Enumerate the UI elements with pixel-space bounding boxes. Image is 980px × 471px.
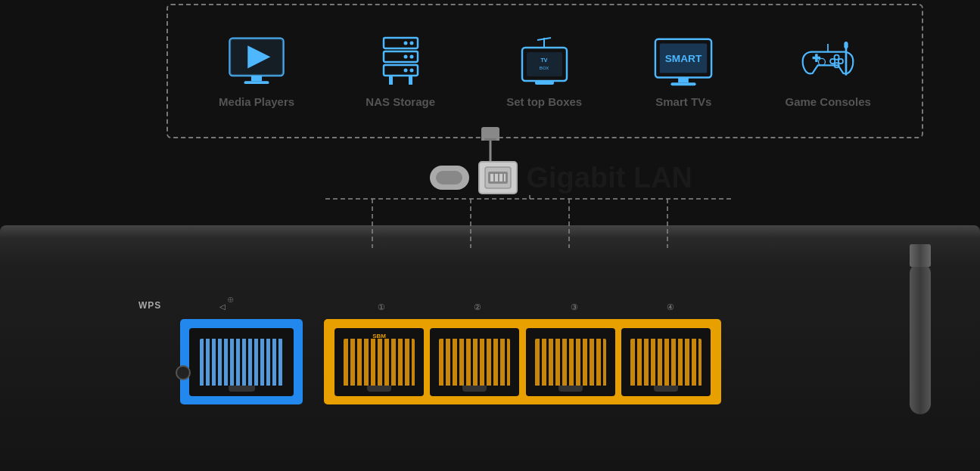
port-label-3: ③	[571, 302, 578, 312]
smart-tvs-label: Smart TVs	[655, 95, 711, 108]
lan-port-2-pins	[439, 339, 510, 386]
lan-port-2-clip	[462, 386, 487, 392]
media-players-icon	[226, 36, 287, 87]
router-top	[0, 225, 980, 237]
antenna-base	[910, 244, 931, 267]
game-consoles-label: Game Consoles	[785, 95, 870, 108]
wan-port-label: ◁	[219, 302, 226, 311]
svg-text:SMART: SMART	[665, 52, 702, 64]
smart-tvs-icon: SMART	[653, 35, 714, 88]
svg-point-34	[819, 58, 826, 65]
media-players-icon-container	[226, 35, 287, 88]
wps-button[interactable]	[176, 365, 191, 380]
device-game-consoles: Game Consoles	[785, 35, 870, 108]
port-label-1: ①	[378, 302, 385, 312]
plug-prong1	[484, 138, 496, 141]
nas-storage-label: NAS Storage	[366, 95, 435, 108]
lan-port-3-clip	[558, 386, 583, 392]
svg-point-10	[409, 54, 413, 58]
svg-point-13	[403, 68, 407, 72]
set-top-boxes-icon: TV BOX	[516, 34, 573, 88]
svg-point-30	[835, 54, 839, 59]
lan-port-1-pins	[344, 339, 415, 386]
set-top-boxes-label: Set top Boxes	[506, 95, 582, 108]
router-marking-wan: ⊕	[227, 295, 234, 305]
antenna	[910, 263, 931, 414]
wps-label: WPS	[138, 300, 161, 311]
game-consoles-icon-container	[798, 35, 858, 88]
svg-text:TV: TV	[540, 57, 547, 63]
nas-storage-icon-container	[370, 35, 431, 88]
lan-port-1-label: SBM	[372, 333, 386, 339]
wan-port-housing	[180, 319, 303, 404]
devices-dashed-box: Media Players	[166, 4, 923, 138]
svg-rect-3	[251, 75, 262, 81]
svg-rect-37	[845, 42, 848, 48]
svg-point-9	[403, 41, 407, 45]
svg-rect-14	[389, 76, 393, 85]
lan-port-1: SBM	[334, 328, 424, 396]
device-smart-tvs: SMART Smart TVs	[653, 35, 714, 108]
svg-rect-4	[244, 81, 269, 84]
oval-connector	[430, 166, 469, 190]
wan-port-pins	[200, 339, 283, 386]
port-icon-svg	[484, 166, 512, 190]
device-media-players: Media Players	[219, 35, 294, 108]
svg-rect-40	[490, 174, 493, 181]
device-nas-storage: NAS Storage	[366, 35, 435, 108]
port-label-2: ②	[474, 302, 481, 312]
set-top-boxes-icon-container: TV BOX	[514, 35, 574, 88]
lan-port-3-pins	[535, 339, 606, 386]
media-players-label: Media Players	[219, 95, 294, 108]
port-labels-row: ① ② ③ ④	[333, 302, 719, 312]
device-set-top-boxes: TV BOX Set top Boxes	[506, 35, 582, 108]
nas-storage-icon	[372, 35, 429, 88]
wan-port-clip	[229, 386, 255, 392]
lan-port-3	[526, 328, 615, 396]
svg-point-32	[830, 58, 835, 63]
scene: Media Players	[0, 0, 980, 471]
svg-rect-26	[678, 77, 689, 82]
svg-point-8	[409, 41, 413, 45]
wan-port-socket	[189, 328, 294, 396]
lan-port-4-clip	[654, 386, 678, 392]
svg-rect-42	[499, 174, 502, 181]
port-label-4: ④	[667, 302, 674, 312]
gigabit-lan-label: Gigabit LAN	[527, 162, 693, 194]
lan-ports-housing: SBM	[324, 319, 721, 404]
svg-rect-15	[409, 76, 412, 85]
svg-rect-43	[504, 174, 506, 181]
svg-rect-17	[527, 52, 562, 76]
lan-port-4	[621, 328, 711, 396]
smart-tvs-icon-container: SMART	[653, 35, 714, 88]
svg-point-11	[403, 54, 407, 58]
svg-rect-41	[495, 174, 498, 181]
svg-point-31	[838, 58, 843, 63]
game-consoles-icon	[798, 36, 858, 87]
lan-connector-row: Gigabit LAN	[430, 161, 693, 194]
lan-port-1-clip	[367, 386, 391, 392]
svg-rect-22	[535, 81, 554, 85]
svg-text:BOX: BOX	[539, 66, 549, 70]
svg-rect-27	[671, 82, 696, 85]
lan-port-2	[430, 328, 519, 396]
port-icon	[478, 161, 518, 194]
oval-inner	[436, 171, 462, 184]
svg-rect-29	[815, 54, 818, 62]
lan-port-4-pins	[630, 339, 702, 386]
svg-point-12	[409, 68, 413, 72]
